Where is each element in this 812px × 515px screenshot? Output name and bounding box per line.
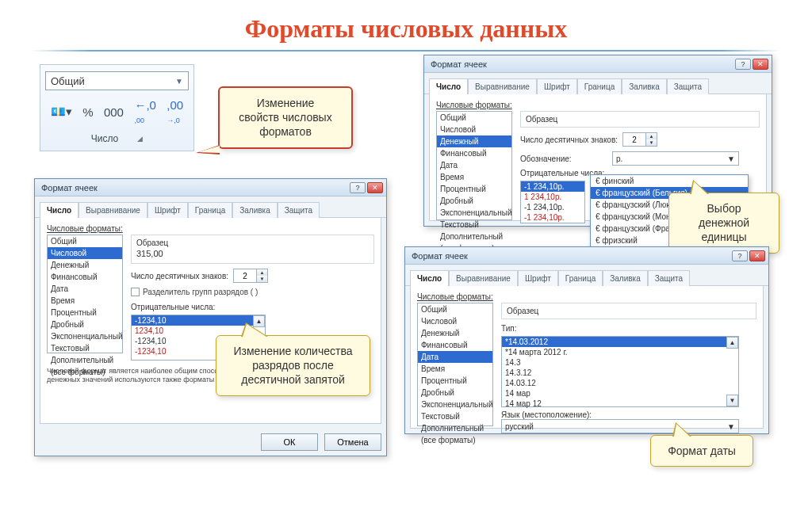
list-item[interactable]: Текстовый bbox=[418, 410, 492, 422]
list-item[interactable]: Общий bbox=[437, 112, 511, 124]
list-item[interactable]: Дробный bbox=[437, 195, 511, 207]
list-item[interactable]: Процентный bbox=[418, 375, 492, 387]
list-item[interactable]: Текстовый bbox=[437, 219, 511, 231]
list-item[interactable]: Время bbox=[418, 363, 492, 375]
list-item[interactable]: Финансовый bbox=[437, 147, 511, 159]
list-item[interactable]: -1 234,10р. bbox=[521, 202, 584, 212]
scroll-down-icon[interactable]: ▼ bbox=[726, 395, 738, 406]
list-item[interactable]: Общий bbox=[48, 235, 122, 247]
decimals-stepper[interactable]: ▲▼ bbox=[233, 269, 268, 283]
tab-protection[interactable]: Защита bbox=[648, 270, 690, 286]
tab-protection[interactable]: Защита bbox=[667, 78, 709, 94]
categories-label: Числовые форматы: bbox=[417, 292, 756, 301]
format-cells-dialog-date: Формат ячеек ? ✕ Число Выравнивание Шриф… bbox=[404, 246, 769, 434]
scroll-up-icon[interactable]: ▲ bbox=[726, 337, 738, 349]
help-button[interactable]: ? bbox=[350, 182, 366, 193]
list-item[interactable]: Общий bbox=[418, 303, 492, 315]
list-item[interactable]: 14.3 bbox=[502, 357, 738, 368]
list-item[interactable]: -1 234,10р. bbox=[521, 181, 584, 192]
decrease-decimal-icon[interactable]: ,00→,0 bbox=[167, 98, 183, 125]
list-item[interactable]: Числовой bbox=[48, 247, 122, 259]
list-item[interactable]: Экспоненциальный bbox=[48, 330, 122, 342]
category-list[interactable]: Общий Числовой Денежный Финансовый Дата … bbox=[47, 235, 123, 353]
close-button[interactable]: ✕ bbox=[367, 182, 383, 193]
list-item[interactable]: Процентный bbox=[437, 183, 511, 195]
list-item[interactable]: 14.3.12 bbox=[502, 368, 738, 378]
tab-number[interactable]: Число bbox=[410, 270, 449, 286]
tab-fill[interactable]: Заливка bbox=[603, 270, 648, 286]
increase-decimal-icon[interactable]: ←,0,00 bbox=[134, 98, 156, 125]
tab-font[interactable]: Шрифт bbox=[147, 202, 188, 218]
help-button[interactable]: ? bbox=[735, 59, 751, 70]
tab-fill[interactable]: Заливка bbox=[622, 78, 667, 94]
list-item[interactable]: Время bbox=[48, 295, 122, 307]
list-item[interactable]: Дополнительный bbox=[437, 231, 511, 242]
categories-label: Числовые форматы: bbox=[436, 101, 760, 109]
list-item[interactable]: Числовой bbox=[418, 315, 492, 327]
category-list[interactable]: Общий Числовой Денежный Финансовый Дата … bbox=[436, 111, 512, 220]
list-item[interactable]: € финский bbox=[591, 175, 748, 187]
tab-alignment[interactable]: Выравнивание bbox=[79, 202, 147, 218]
chevron-down-icon[interactable]: ▼ bbox=[257, 276, 267, 282]
list-item[interactable]: 14 мар 12 bbox=[502, 399, 738, 409]
cancel-button[interactable]: Отмена bbox=[324, 433, 381, 451]
tab-alignment[interactable]: Выравнивание bbox=[449, 270, 518, 286]
tab-font[interactable]: Шрифт bbox=[518, 270, 558, 286]
list-item[interactable]: Финансовый bbox=[418, 339, 492, 351]
list-item[interactable]: Дата bbox=[48, 283, 122, 295]
chevron-up-icon[interactable]: ▲ bbox=[257, 269, 267, 276]
list-item[interactable]: 14.03.12 bbox=[502, 378, 738, 388]
tab-number[interactable]: Число bbox=[429, 78, 468, 94]
close-button[interactable]: ✕ bbox=[753, 59, 768, 70]
number-format-combo[interactable]: Общий ▼ bbox=[45, 71, 189, 90]
chevron-up-icon[interactable]: ▲ bbox=[646, 133, 657, 139]
list-item[interactable]: 1 234,10р. bbox=[521, 192, 584, 202]
locale-select[interactable]: русский▼ bbox=[501, 419, 739, 433]
list-item[interactable]: Время bbox=[437, 171, 511, 183]
list-item[interactable]: 14 мар bbox=[502, 388, 738, 399]
dialog-launcher-icon[interactable]: ◢ bbox=[137, 135, 143, 143]
list-item[interactable]: *14.03.2012 bbox=[502, 337, 738, 347]
date-type-list[interactable]: *14.03.2012 *14 марта 2012 г. 14.3 14.3.… bbox=[501, 336, 739, 407]
decimals-input[interactable] bbox=[623, 135, 645, 144]
list-item[interactable]: -1 234,10р. bbox=[521, 212, 584, 223]
help-button[interactable]: ? bbox=[732, 250, 748, 261]
list-item[interactable]: Денежный bbox=[437, 135, 511, 147]
tab-protection[interactable]: Защита bbox=[278, 202, 320, 218]
list-item[interactable]: Экспоненциальный bbox=[437, 207, 511, 219]
percent-icon[interactable]: % bbox=[82, 105, 93, 119]
decimals-stepper[interactable]: ▲▼ bbox=[622, 132, 657, 147]
category-list[interactable]: Общий Числовой Денежный Финансовый Дата … bbox=[417, 303, 493, 426]
tab-font[interactable]: Шрифт bbox=[537, 78, 577, 94]
list-item[interactable]: Денежный bbox=[418, 327, 492, 339]
list-item[interactable]: Текстовый bbox=[48, 342, 122, 354]
comma-icon[interactable]: 000 bbox=[104, 105, 124, 119]
negative-list[interactable]: -1 234,10р. 1 234,10р. -1 234,10р. -1 23… bbox=[520, 181, 585, 223]
list-item[interactable]: Дополнительный bbox=[48, 354, 122, 366]
tab-fill[interactable]: Заливка bbox=[232, 202, 278, 218]
ok-button[interactable]: ОК bbox=[261, 433, 318, 451]
tab-border[interactable]: Граница bbox=[188, 202, 232, 218]
list-item[interactable]: Экспоненциальный bbox=[418, 399, 492, 410]
list-item[interactable]: Дробный bbox=[48, 319, 122, 330]
list-item[interactable]: *14 марта 2012 г. bbox=[502, 347, 738, 357]
decimals-input[interactable] bbox=[234, 272, 256, 280]
currency-icon[interactable]: 💶▾ bbox=[51, 105, 72, 119]
tab-border[interactable]: Граница bbox=[577, 78, 622, 94]
list-item[interactable]: Дата bbox=[418, 351, 492, 363]
list-item[interactable]: (все форматы) bbox=[418, 434, 492, 446]
list-item[interactable]: Дата bbox=[437, 159, 511, 171]
tab-border[interactable]: Граница bbox=[558, 270, 603, 286]
list-item[interactable]: Финансовый bbox=[48, 271, 122, 283]
currency-symbol-select[interactable]: р.▼ bbox=[612, 151, 739, 166]
tab-number[interactable]: Число bbox=[40, 202, 79, 218]
group-separator-checkbox[interactable]: Разделитель групп разрядов ( ) bbox=[131, 288, 258, 296]
list-item[interactable]: Процентный bbox=[48, 307, 122, 319]
close-button[interactable]: ✕ bbox=[749, 250, 765, 261]
list-item[interactable]: Дробный bbox=[418, 387, 492, 399]
list-item[interactable]: Денежный bbox=[48, 259, 122, 271]
tab-alignment[interactable]: Выравнивание bbox=[468, 78, 537, 94]
list-item[interactable]: Дополнительный bbox=[418, 422, 492, 434]
list-item[interactable]: Числовой bbox=[437, 124, 511, 135]
chevron-down-icon[interactable]: ▼ bbox=[646, 139, 657, 146]
